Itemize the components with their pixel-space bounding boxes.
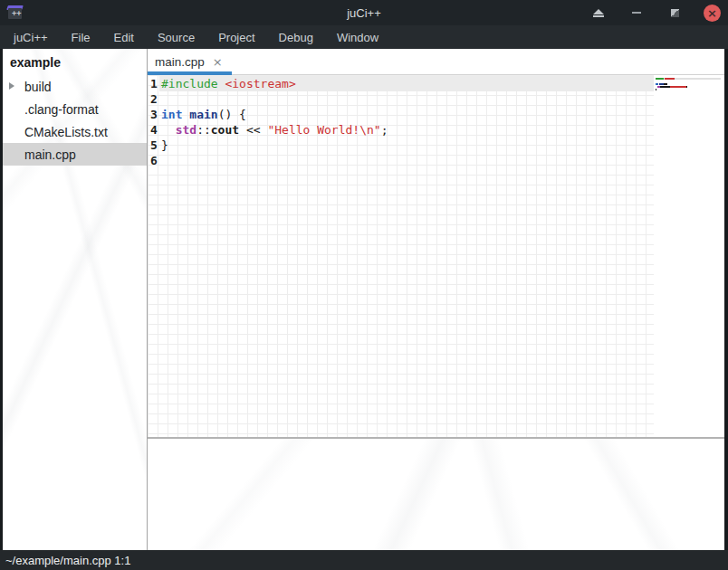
minimap-line — [656, 78, 721, 80]
code-token-namespace: std — [176, 123, 196, 137]
line-content: int main() { — [159, 107, 654, 122]
expander-icon[interactable] — [9, 82, 14, 90]
tree-item-main-cpp[interactable]: main.cpp — [3, 143, 147, 166]
line-number: 6 — [148, 153, 159, 168]
titlebar: ++ juCi++ × — [0, 0, 728, 25]
tab-label: main.cpp — [155, 55, 205, 69]
terminal-panel[interactable] — [148, 439, 724, 550]
editor-pane: main.cpp× 1#include <iostream>23int main… — [148, 49, 724, 550]
status-file-position: ~/example/main.cpp 1:1 — [5, 554, 130, 567]
minimap-segment — [664, 83, 667, 85]
main-area: example build.clang-formatCMakeLists.txt… — [0, 49, 728, 550]
minimize-icon — [632, 12, 641, 14]
code-token-plain: } — [161, 138, 168, 152]
code-line-1: 1#include <iostream> — [148, 76, 654, 91]
shade-button[interactable] — [589, 4, 608, 22]
panel-texture — [148, 439, 724, 550]
menu-item-edit[interactable]: Edit — [102, 27, 146, 48]
minimize-button[interactable] — [627, 4, 646, 22]
tree-item-label: main.cpp — [24, 147, 76, 162]
minimap-line — [656, 86, 721, 88]
editor: 1#include <iostream>23int main() {4 std:… — [148, 75, 724, 437]
code-token-plain: ; — [381, 123, 388, 137]
code-token-function: main — [189, 108, 217, 121]
project-name: example — [3, 49, 147, 75]
maximize-button[interactable] — [666, 4, 684, 22]
minimap-line — [656, 83, 721, 85]
code-line-2: 2 — [148, 91, 654, 107]
line-content — [159, 153, 654, 168]
minimap-line — [656, 89, 721, 90]
tab-main-cpp[interactable]: main.cpp× — [148, 49, 232, 74]
line-content — [159, 91, 654, 107]
window-controls: × — [589, 0, 721, 25]
menu-item-juci[interactable]: juCi++ — [2, 27, 60, 48]
tree-item-build[interactable]: build — [3, 75, 147, 98]
menu-item-debug[interactable]: Debug — [267, 27, 325, 48]
close-icon: × — [707, 7, 717, 19]
line-number: 2 — [148, 91, 159, 107]
minimap-line — [656, 91, 721, 93]
minimap-segment — [656, 89, 656, 90]
menu-item-window[interactable]: Window — [325, 27, 390, 48]
maximize-icon — [671, 9, 679, 17]
tabbar: main.cpp× — [148, 49, 724, 75]
code-token-bold: cout — [211, 123, 239, 137]
statusbar: ~/example/main.cpp 1:1 — [0, 550, 728, 570]
code-token-string: "Hello World!\n" — [267, 123, 380, 137]
code-line-3: 3int main() { — [148, 107, 654, 122]
code-token-plain: << — [239, 123, 267, 137]
tree-item-label: build — [24, 80, 52, 94]
line-number: 3 — [148, 107, 159, 122]
file-tree-sidebar[interactable]: example build.clang-formatCMakeLists.txt… — [3, 49, 147, 550]
minimap-segment — [656, 78, 664, 80]
code-line-5: 5} — [148, 138, 654, 153]
minimap-segment — [665, 78, 675, 80]
line-number: 4 — [148, 122, 159, 138]
close-button[interactable]: × — [704, 5, 721, 22]
line-number: 5 — [148, 138, 159, 153]
code-token-plain — [161, 123, 176, 137]
app-logo-icon: ++ — [7, 5, 24, 20]
line-content: #include <iostream> — [159, 76, 654, 91]
code-token-preproc: #include — [161, 77, 218, 90]
shade-icon — [593, 9, 604, 17]
code-line-4: 4 std::cout << "Hello World!\n"; — [148, 122, 654, 138]
line-number: 1 — [148, 76, 159, 91]
app-window: ++ juCi++ × juCi++FileEditSourceProjectD… — [0, 0, 728, 570]
menubar: juCi++FileEditSourceProjectDebugWindow — [0, 25, 728, 49]
code-line-6: 6 — [148, 153, 654, 168]
code-token-plain: () { — [218, 108, 246, 121]
minimap[interactable] — [654, 75, 724, 437]
minimap-segment — [670, 86, 686, 88]
tree-item-label: CMakeLists.txt — [24, 125, 108, 139]
minimap-segment — [686, 86, 687, 88]
code-token-header: <iostream> — [225, 77, 295, 90]
minimap-line — [656, 81, 721, 82]
tab-close-icon[interactable]: × — [213, 55, 223, 69]
tree-item-label: .clang-format — [24, 102, 99, 117]
menu-item-source[interactable]: Source — [146, 27, 206, 48]
line-content: std::cout << "Hello World!\n"; — [159, 122, 654, 138]
line-content: } — [159, 138, 654, 153]
tree-item--clang-format[interactable]: .clang-format — [3, 98, 147, 120]
menu-item-project[interactable]: Project — [206, 27, 266, 48]
code-token-type: int — [161, 108, 182, 121]
tree-item-cmakelists-txt[interactable]: CMakeLists.txt — [3, 120, 147, 143]
code-editor[interactable]: 1#include <iostream>23int main() {4 std:… — [148, 75, 654, 437]
code-token-plain: :: — [196, 123, 211, 137]
menu-item-file[interactable]: File — [60, 27, 102, 48]
